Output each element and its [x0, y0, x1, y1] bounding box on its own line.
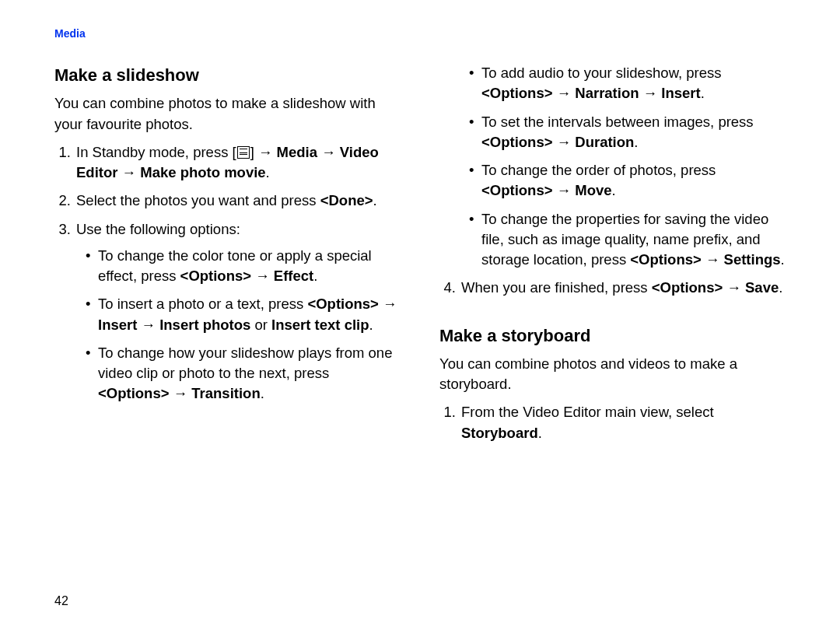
text: .: [779, 279, 782, 296]
two-column-layout: Make a slideshow You can combine photos …: [54, 63, 786, 451]
text: →: [553, 85, 576, 101]
menu-item: Settings: [724, 251, 781, 268]
heading-make-storyboard: Make a storyboard: [439, 324, 786, 348]
text: .: [612, 182, 616, 198]
text: .: [261, 385, 264, 401]
softkey: <Options>: [481, 134, 553, 150]
menu-item: Duration: [575, 134, 634, 150]
text: →: [170, 385, 192, 401]
softkey: <Options>: [481, 85, 553, 101]
text: To change how your slideshow plays from …: [98, 345, 392, 381]
menu-item: Save: [745, 279, 779, 296]
slideshow-intro: You can combine photos to make a slidesh…: [54, 93, 401, 135]
option-transition: To change how your slideshow plays from …: [86, 343, 401, 404]
menu-item: Insert text clip: [271, 317, 369, 333]
menu-item: Insert photos: [159, 317, 250, 333]
text: .: [701, 85, 705, 101]
left-column: Make a slideshow You can combine photos …: [54, 63, 401, 451]
text: .: [781, 251, 785, 268]
text: →: [723, 279, 745, 296]
options-list-continued: To add audio to your slideshow, press <O…: [439, 63, 786, 270]
menu-item: Insert: [98, 317, 137, 333]
storyboard-step-1: From the Video Editor main view, select …: [460, 402, 786, 443]
softkey: <Done>: [320, 192, 373, 208]
page-number: 42: [54, 594, 68, 608]
text: .: [634, 134, 638, 150]
option-narration: To add audio to your slideshow, press <O…: [469, 63, 786, 104]
option-settings: To change the properties for saving the …: [469, 209, 786, 271]
text: To add audio to your slideshow, press: [481, 65, 722, 81]
softkey: <Options>: [652, 279, 723, 296]
menu-item: Transition: [191, 385, 260, 401]
softkey: <Options>: [180, 268, 252, 284]
softkey: <Options>: [307, 296, 379, 312]
text: or: [250, 317, 271, 333]
menu-item: Narration: [575, 85, 639, 101]
text: From the Video Editor main view, select: [461, 404, 714, 420]
text: →: [251, 268, 274, 284]
softkey: <Options>: [98, 385, 170, 401]
option-duration: To set the intervals between images, pre…: [469, 112, 786, 153]
option-effect: To change the color tone or apply a spec…: [86, 246, 401, 287]
text: .: [373, 192, 377, 208]
storyboard-steps: From the Video Editor main view, select …: [439, 402, 786, 443]
text: .: [266, 164, 270, 180]
text: .: [313, 268, 317, 284]
option-insert: To insert a photo or a text, press <Opti…: [86, 294, 401, 335]
text: →: [137, 317, 159, 333]
slideshow-steps-continued: When you are finished, press <Options> →…: [439, 278, 786, 298]
text: To change the order of photos, press: [481, 162, 716, 178]
softkey: <Options>: [481, 182, 553, 198]
text: Use the following options:: [76, 221, 240, 237]
storyboard-intro: You can combine photos and videos to mak…: [439, 354, 786, 395]
step-2: Select the photos you want and press <Do…: [75, 191, 401, 211]
text: →: [553, 134, 576, 150]
text: →: [639, 85, 662, 101]
right-column: To add audio to your slideshow, press <O…: [439, 63, 786, 451]
step-3: Use the following options: To change the…: [75, 219, 401, 404]
menu-item: Storyboard: [461, 425, 538, 441]
text: .: [369, 317, 373, 333]
text: In Standby mode, press [: [76, 144, 236, 160]
step-1: In Standby mode, press [] → Media → Vide…: [75, 142, 401, 184]
text: →: [379, 296, 397, 312]
manual-page: Media Make a slideshow You can combine p…: [0, 0, 840, 630]
options-list: To change the color tone or apply a spec…: [76, 246, 401, 404]
text: →: [553, 182, 576, 198]
menu-key-icon: [237, 146, 250, 159]
softkey: <Options>: [630, 251, 702, 268]
text: →: [702, 251, 724, 268]
option-move: To change the order of photos, press <Op…: [469, 160, 786, 201]
text: To insert a photo or a text, press: [98, 296, 307, 312]
heading-make-slideshow: Make a slideshow: [54, 63, 401, 87]
text: .: [538, 425, 542, 441]
menu-item: Insert: [661, 85, 700, 101]
menu-item: Move: [575, 182, 611, 198]
slideshow-steps: In Standby mode, press [] → Media → Vide…: [54, 142, 401, 404]
text: Select the photos you want and press: [76, 192, 320, 208]
text: To set the intervals between images, pre…: [481, 114, 754, 130]
menu-item: Effect: [274, 268, 313, 284]
text: ] →: [250, 144, 277, 160]
step-4: When you are finished, press <Options> →…: [460, 278, 786, 298]
section-header: Media: [54, 27, 786, 40]
text: When you are finished, press: [461, 279, 652, 296]
